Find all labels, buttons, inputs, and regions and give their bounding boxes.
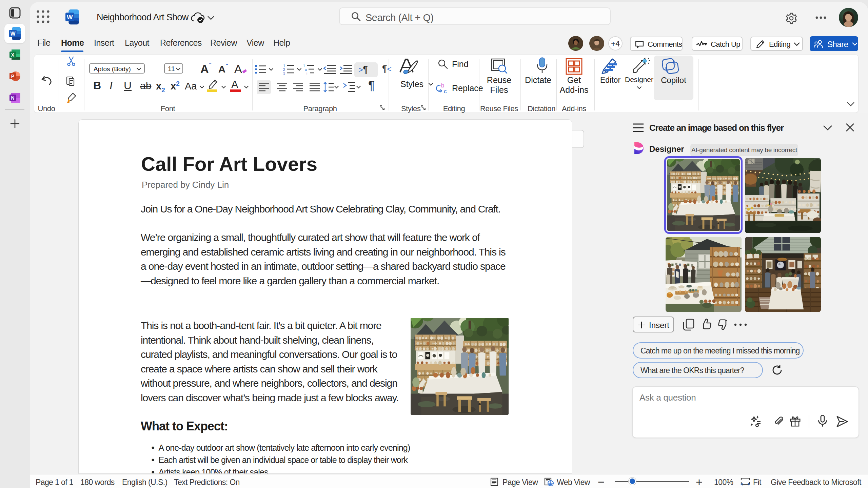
svg-text:c: c (444, 88, 447, 94)
svg-text:i: i (307, 72, 307, 75)
svg-text:N: N (11, 95, 14, 101)
svg-text:1: 1 (303, 64, 305, 68)
svg-text:X: X (11, 52, 15, 58)
svg-text:W: W (67, 14, 73, 21)
svg-text:3: 3 (283, 71, 285, 75)
svg-text:W: W (10, 31, 16, 37)
svg-text:a: a (305, 68, 307, 72)
svg-text:P: P (11, 74, 14, 79)
